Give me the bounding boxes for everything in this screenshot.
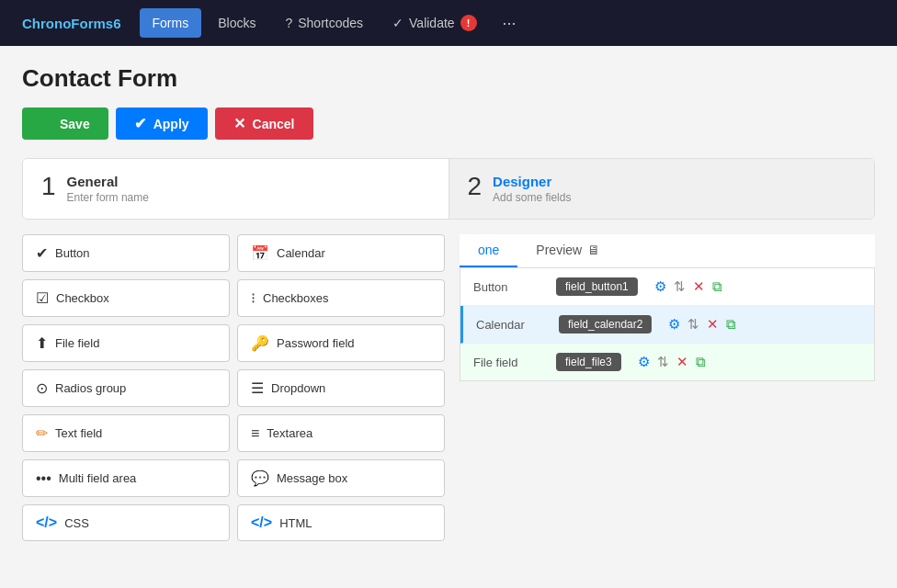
- checkbox-widget-icon: ☑: [36, 289, 49, 307]
- widget-css[interactable]: </> CSS: [22, 504, 230, 541]
- apply-check-icon: ✔: [134, 115, 146, 132]
- main-content: Contact Form ✔ Save ✔ Apply ✕ Cancel 1 G…: [0, 46, 897, 560]
- filefield-widget-icon: ⬆: [36, 334, 48, 352]
- apply-button[interactable]: ✔ Apply: [116, 107, 208, 140]
- css-widget-icon: </>: [36, 514, 57, 531]
- validate-badge: !: [460, 15, 477, 31]
- step-designer[interactable]: 2 Designer Add some fields: [449, 159, 875, 219]
- html-widget-icon: </>: [251, 514, 272, 531]
- brand-logo[interactable]: ChronoForms6: [11, 10, 132, 37]
- settings-icon[interactable]: ⚙: [638, 354, 650, 370]
- dropdown-widget-icon: ☰: [251, 379, 264, 397]
- field-type-label: File field: [473, 356, 547, 369]
- tab-bar: one Preview 🖥: [460, 234, 875, 268]
- tab-preview[interactable]: Preview 🖥: [517, 234, 619, 267]
- widget-textarea[interactable]: ≡ Textarea: [237, 414, 445, 452]
- multifieldarea-widget-icon: •••: [36, 470, 51, 487]
- nav-validate[interactable]: ✓ Validate !: [380, 7, 490, 39]
- step1-subtitle: Enter form name: [67, 191, 149, 204]
- field-row: Calendar field_calendar2 ⚙ ⇅ ✕ ⧉: [460, 306, 874, 344]
- field-row: File field field_file3 ⚙ ⇅ ✕ ⧉: [460, 344, 874, 380]
- field-row: Button field_button1 ⚙ ⇅ ✕ ⧉: [460, 268, 874, 306]
- field-action-group: ⚙ ⇅ ✕ ⧉: [654, 278, 722, 295]
- widgets-panel: ✔ Button 📅 Calendar ☑ Checkbox ⁝ Checkbo…: [22, 234, 445, 541]
- move-icon[interactable]: ⇅: [687, 316, 699, 333]
- checkboxes-widget-icon: ⁝: [251, 289, 255, 307]
- cancel-x-icon: ✕: [233, 115, 245, 132]
- widget-html[interactable]: </> HTML: [237, 504, 445, 541]
- widget-multi-field-area[interactable]: ••• Multi field area: [22, 459, 230, 497]
- textfield-widget-icon: ✏: [36, 424, 48, 442]
- widget-button[interactable]: ✔ Button: [22, 234, 230, 272]
- delete-icon[interactable]: ✕: [676, 354, 688, 370]
- more-options[interactable]: ···: [494, 8, 526, 39]
- step2-subtitle: Add some fields: [493, 191, 571, 204]
- calendar-widget-icon: 📅: [251, 244, 269, 262]
- move-icon[interactable]: ⇅: [657, 354, 669, 370]
- textarea-widget-icon: ≡: [251, 425, 259, 442]
- widget-checkbox[interactable]: ☑ Checkbox: [22, 279, 230, 317]
- nav-forms[interactable]: Forms: [140, 8, 202, 38]
- step-general[interactable]: 1 General Enter form name: [23, 159, 449, 219]
- widget-calendar[interactable]: 📅 Calendar: [237, 234, 445, 272]
- field-type-label: Calendar: [476, 318, 550, 332]
- designer-area: ✔ Button 📅 Calendar ☑ Checkbox ⁝ Checkbo…: [22, 234, 875, 541]
- settings-icon[interactable]: ⚙: [668, 316, 680, 333]
- settings-icon[interactable]: ⚙: [654, 278, 666, 295]
- messagebox-widget-icon: 💬: [251, 469, 269, 487]
- tab-one[interactable]: one: [460, 234, 517, 267]
- field-id-badge[interactable]: field_button1: [556, 277, 638, 296]
- action-bar: ✔ Save ✔ Apply ✕ Cancel: [22, 107, 875, 140]
- preview-monitor-icon: 🖥: [587, 243, 600, 257]
- save-check-icon: ✔: [40, 115, 52, 132]
- field-id-badge[interactable]: field_file3: [556, 353, 621, 371]
- step2-title: Designer: [493, 174, 571, 189]
- top-navigation: ChronoForms6 Forms Blocks ? Shortcodes ✓…: [0, 0, 897, 46]
- field-id-badge[interactable]: field_calendar2: [559, 315, 652, 334]
- passwordfield-widget-icon: 🔑: [251, 334, 269, 352]
- fields-list: Button field_button1 ⚙ ⇅ ✕ ⧉ Calendar fi…: [460, 268, 875, 381]
- save-button[interactable]: ✔ Save: [22, 107, 108, 140]
- field-type-label: Button: [473, 280, 547, 294]
- right-panel: one Preview 🖥 Button field_button1 ⚙ ⇅ ✕: [460, 234, 875, 541]
- check-icon: ✓: [392, 16, 403, 30]
- page-title: Contact Form: [22, 64, 875, 93]
- widget-grid: ✔ Button 📅 Calendar ☑ Checkbox ⁝ Checkbo…: [22, 234, 445, 541]
- nav-shortcodes[interactable]: ? Shortcodes: [272, 8, 376, 38]
- cancel-button[interactable]: ✕ Cancel: [215, 107, 313, 140]
- widget-text-field[interactable]: ✏ Text field: [22, 414, 230, 452]
- field-action-group: ⚙ ⇅ ✕ ⧉: [668, 316, 736, 333]
- move-icon[interactable]: ⇅: [674, 278, 686, 295]
- step1-number: 1: [41, 174, 56, 199]
- copy-icon[interactable]: ⧉: [696, 354, 706, 370]
- widget-file-field[interactable]: ⬆ File field: [22, 324, 230, 362]
- question-icon: ?: [285, 16, 292, 30]
- delete-icon[interactable]: ✕: [693, 278, 705, 295]
- widget-message-box[interactable]: 💬 Message box: [237, 459, 445, 497]
- button-widget-icon: ✔: [36, 244, 48, 262]
- widget-password-field[interactable]: 🔑 Password field: [237, 324, 445, 362]
- field-action-group: ⚙ ⇅ ✕ ⧉: [638, 354, 706, 370]
- widget-dropdown[interactable]: ☰ Dropdown: [237, 369, 445, 407]
- step2-number: 2: [468, 174, 483, 199]
- steps-panel: 1 General Enter form name 2 Designer Add…: [22, 158, 875, 220]
- copy-icon[interactable]: ⧉: [712, 278, 722, 295]
- copy-icon[interactable]: ⧉: [726, 316, 736, 333]
- widget-radios-group[interactable]: ⊙ Radios group: [22, 369, 230, 407]
- delete-icon[interactable]: ✕: [707, 316, 719, 333]
- nav-blocks[interactable]: Blocks: [205, 8, 268, 38]
- widget-checkboxes[interactable]: ⁝ Checkboxes: [237, 279, 445, 317]
- radiosgroup-widget-icon: ⊙: [36, 379, 48, 397]
- step1-title: General: [67, 174, 149, 189]
